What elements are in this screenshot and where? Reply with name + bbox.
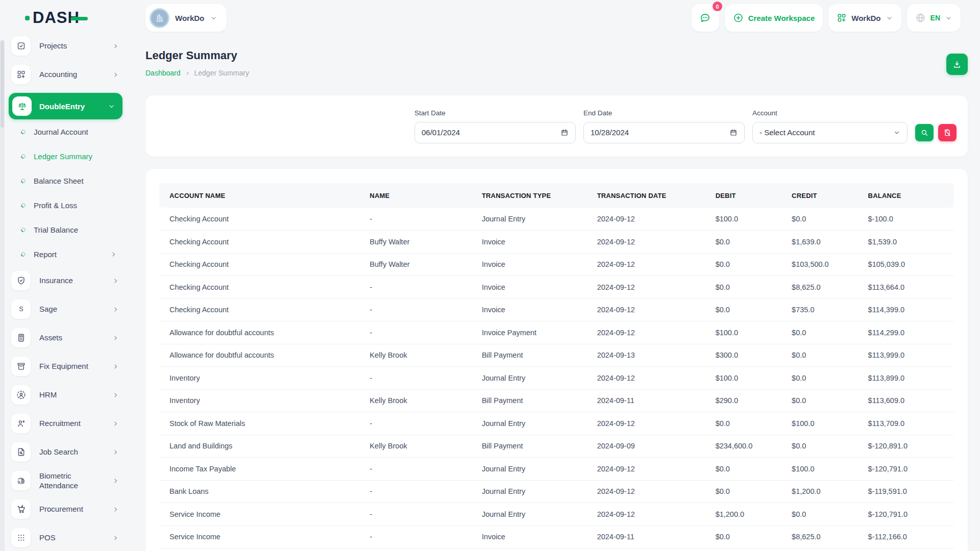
table-row: Checking AccountBuffy WalterInvoice2024-… — [159, 231, 954, 254]
cell-transaction-type: Bill Payment — [472, 389, 587, 412]
workspace-avatar — [150, 8, 169, 28]
cell-credit: $0.0 — [781, 208, 857, 231]
search-icon — [920, 94, 928, 171]
app-switcher[interactable]: WorkDo — [828, 4, 901, 32]
sidebar-item-label: Assets — [39, 333, 102, 343]
sidebar-item-pos[interactable]: POS — [9, 528, 122, 548]
reset-filter-button[interactable] — [938, 124, 957, 141]
cell-credit: $100.0 — [781, 412, 857, 435]
cell-name: Buffy Walter — [359, 231, 472, 254]
cell-name: Buffy Walter — [359, 253, 472, 276]
cell-account-name: Allowance for doubtful accounts — [159, 344, 359, 367]
cell-debit: $1,200.0 — [705, 503, 781, 526]
chevron-right-icon — [112, 334, 119, 342]
cell-transaction-type: Invoice Payment — [472, 321, 587, 344]
cell-account-name: Bank Loans — [159, 480, 359, 503]
sidebar-item-label: Biometric Attendance — [39, 471, 102, 491]
table-row: Checking Account-Journal Entry2024-09-12… — [159, 208, 954, 231]
create-workspace-label: Create Workspace — [748, 14, 815, 22]
cell-account-name: Stock of Raw Materials — [159, 412, 359, 435]
cell-debit: $290.0 — [705, 389, 781, 412]
breadcrumb-dashboard-link[interactable]: Dashboard — [145, 69, 181, 77]
calendar-icon[interactable] — [560, 94, 569, 171]
cell-transaction-date: 2024-09-12 — [587, 321, 705, 344]
cell-debit: $0.0 — [705, 412, 781, 435]
sidebar-item-label: Insurance — [39, 276, 102, 286]
create-workspace-button[interactable]: Create Workspace — [725, 4, 823, 32]
search-button[interactable] — [915, 124, 934, 141]
cell-debit: $234,600.0 — [705, 435, 781, 458]
cell-debit: $0.0 — [705, 458, 781, 481]
table-row: Allowance for doubtful accounts-Invoice … — [159, 321, 954, 344]
sidebar-scrollbar[interactable] — [0, 40, 5, 551]
language-label: EN — [930, 14, 940, 22]
table-body: Checking Account-Journal Entry2024-09-12… — [159, 208, 954, 548]
end-date-input-wrap[interactable] — [583, 122, 745, 143]
column-header-transaction-date: TRANSACTION DATE — [587, 183, 705, 208]
chevron-down-icon — [108, 103, 115, 110]
cell-transaction-date: 2024-09-09 — [587, 435, 705, 458]
page-title: Ledger Summary — [145, 49, 968, 62]
chevron-right-icon — [112, 306, 119, 313]
cell-name: - — [359, 367, 472, 390]
download-button[interactable] — [946, 54, 968, 75]
logo-dot-icon — [25, 16, 30, 20]
cell-balance: $113,664.0 — [858, 276, 954, 299]
cell-account-name: Allowance for doubtful accounts — [159, 321, 359, 344]
cell-transaction-date: 2024-09-12 — [587, 458, 705, 481]
clipboard-x-icon — [943, 94, 951, 171]
cell-balance: $113,999.0 — [858, 344, 954, 367]
cell-account-name: Inventory — [159, 389, 359, 412]
end-date-input[interactable] — [591, 128, 729, 137]
workspace-name: WorkDo — [175, 14, 204, 22]
cell-balance: $114,299.0 — [858, 321, 954, 344]
cell-debit: $300.0 — [705, 344, 781, 367]
cell-account-name: Land and Buildings — [159, 435, 359, 458]
download-icon — [952, 26, 962, 103]
sidebar-item-doubleentry[interactable]: DoubleEntry — [9, 93, 122, 119]
cell-debit: $100.0 — [705, 367, 781, 390]
workspace-selector[interactable]: WorkDo — [145, 4, 227, 32]
cell-transaction-date: 2024-09-12 — [587, 503, 705, 526]
cell-transaction-date: 2024-09-12 — [587, 276, 705, 299]
sidebar-subitem-profit-loss[interactable]: Profit & Loss — [9, 193, 122, 217]
brand-logo: DASH — [33, 9, 80, 27]
cell-credit: $0.0 — [781, 344, 857, 367]
cell-name: Kelly Brook — [359, 435, 472, 458]
cell-transaction-date: 2024-09-11 — [587, 389, 705, 412]
cell-balance: $105,039.0 — [858, 253, 954, 276]
messages-button[interactable]: 0 — [692, 4, 719, 32]
chevron-right-icon — [112, 277, 119, 285]
table-header-row: ACCOUNT NAMENAMETRANSACTION TYPETRANSACT… — [159, 183, 954, 208]
cell-account-name: Service Income — [159, 525, 359, 548]
cell-transaction-type: Journal Entry — [472, 208, 587, 231]
sidebar-subitem-trial-balance[interactable]: Trial Balance — [9, 217, 122, 242]
cell-balance: $-112,166.0 — [858, 525, 954, 548]
table-row: Inventory-Journal Entry2024-09-12$100.0$… — [159, 367, 954, 390]
dots-icon-box — [11, 528, 31, 547]
start-date-input[interactable] — [422, 128, 560, 137]
cell-credit: $1,200.0 — [781, 480, 857, 503]
cell-credit: $1,639.0 — [781, 231, 857, 254]
column-header-name: NAME — [359, 183, 472, 208]
app-switcher-label: WorkDo — [851, 14, 880, 22]
sidebar-subitem-balance-sheet[interactable]: Balance Sheet — [9, 168, 122, 193]
cell-credit: $8,625.0 — [781, 525, 857, 548]
cell-transaction-type: Invoice — [472, 298, 587, 321]
cell-name: Kelly Brook — [359, 389, 472, 412]
account-select[interactable]: - Select Account — [752, 122, 908, 143]
start-date-field: Start Date — [414, 109, 576, 143]
cell-transaction-type: Invoice — [472, 253, 587, 276]
sidebar-scrollbar-thumb[interactable] — [1, 41, 4, 128]
start-date-input-wrap[interactable] — [414, 122, 576, 143]
chevron-right-icon — [112, 71, 119, 79]
table-row: Income Tax Payable-Journal Entry2024-09-… — [159, 458, 954, 481]
dots-icon — [16, 499, 26, 551]
calendar-icon[interactable] — [729, 94, 738, 171]
chevron-down-icon — [945, 14, 952, 22]
cell-debit: $0.0 — [705, 231, 781, 254]
sidebar-subitem-ledger-summary[interactable]: Ledger Summary — [9, 144, 122, 168]
cell-transaction-date: 2024-09-11 — [587, 525, 705, 548]
chevron-down-icon — [893, 94, 900, 171]
bullet-icon — [20, 202, 27, 209]
